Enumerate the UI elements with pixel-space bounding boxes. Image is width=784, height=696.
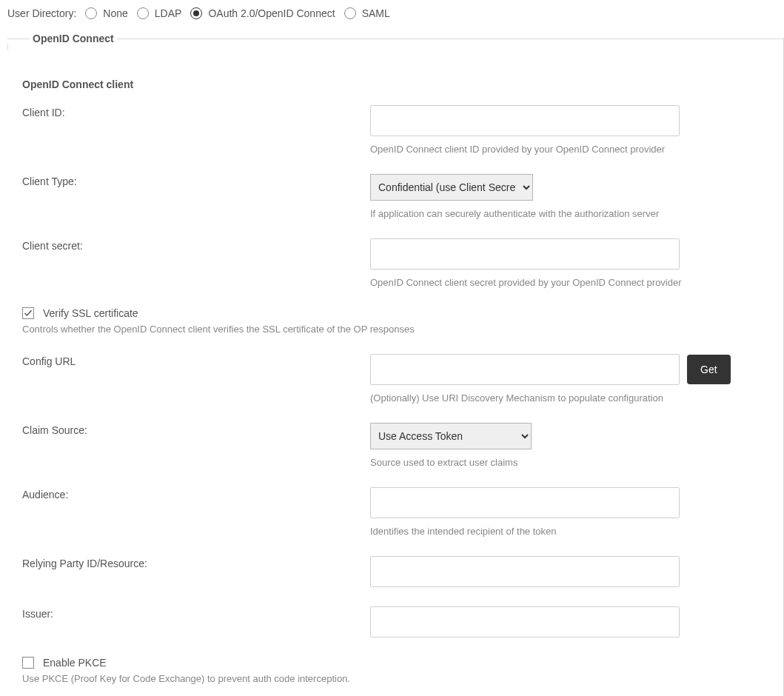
radio-option-none[interactable]: None [85, 7, 127, 19]
section-title: OpenID Connect client [22, 78, 768, 90]
client-id-label: Client ID: [22, 105, 370, 118]
client-secret-input[interactable] [370, 238, 680, 270]
radio-icon [344, 7, 356, 19]
row-config-url: Config URL Get (Optionally) Use URI Disc… [22, 354, 768, 404]
user-directory-radio-group: User Directory: None LDAP OAuth 2.0/Open… [7, 7, 784, 19]
row-client-type: Client Type: Confidential (use Client Se… [22, 174, 768, 219]
radio-icon [85, 7, 97, 19]
radio-icon [137, 7, 149, 19]
radio-option-saml[interactable]: SAML [344, 7, 390, 19]
radio-option-ldap[interactable]: LDAP [137, 7, 182, 19]
config-url-help: (Optionally) Use URI Discovery Mechanism… [370, 392, 663, 404]
row-enable-pkce: Enable PKCE [22, 657, 768, 669]
radio-label: None [103, 7, 127, 19]
user-directory-label: User Directory: [7, 7, 76, 19]
verify-ssl-label: Verify SSL certificate [43, 307, 138, 319]
row-client-id: Client ID: OpenID Connect client ID prov… [22, 105, 768, 155]
enable-pkce-label: Enable PKCE [43, 657, 107, 669]
client-secret-help: OpenID Connect client secret provided by… [370, 277, 682, 288]
row-issuer: Issuer: [22, 606, 768, 638]
client-id-help: OpenID Connect client ID provided by you… [370, 144, 665, 155]
verify-ssl-help: Controls whether the OpenID Connect clie… [22, 324, 768, 335]
enable-pkce-help: Use PKCE (Proof Key for Code Exchange) t… [22, 673, 768, 684]
check-icon [24, 309, 33, 318]
row-claim-source: Claim Source: Use Access Token Source us… [22, 423, 768, 468]
row-client-secret: Client secret: OpenID Connect client sec… [22, 238, 768, 288]
relying-party-input[interactable] [370, 556, 680, 587]
config-url-input[interactable] [370, 354, 680, 385]
issuer-label: Issuer: [22, 606, 370, 620]
config-url-label: Config URL [22, 354, 370, 367]
issuer-input[interactable] [370, 606, 680, 638]
row-audience: Audience: Identifies the intended recipi… [22, 487, 768, 537]
radio-option-oidc[interactable]: OAuth 2.0/OpenID Connect [190, 7, 335, 19]
claim-source-select[interactable]: Use Access Token [370, 423, 532, 449]
openid-connect-fieldset: OpenID Connect OpenID Connect client Cli… [7, 33, 784, 696]
audience-input[interactable] [370, 487, 680, 518]
enable-pkce-checkbox[interactable] [22, 657, 34, 669]
relying-party-label: Relying Party ID/Resource: [22, 556, 370, 569]
radio-icon [190, 7, 202, 19]
radio-label: SAML [362, 7, 390, 19]
audience-help: Identifies the intended recipient of the… [370, 526, 557, 537]
claim-source-label: Claim Source: [22, 423, 370, 436]
get-button[interactable]: Get [687, 355, 731, 384]
client-secret-label: Client secret: [22, 238, 370, 252]
radio-label: OAuth 2.0/OpenID Connect [208, 7, 335, 19]
verify-ssl-checkbox[interactable] [22, 307, 34, 319]
radio-label: LDAP [155, 7, 182, 19]
row-relying-party: Relying Party ID/Resource: [22, 556, 768, 587]
fieldset-legend: OpenID Connect [30, 33, 117, 44]
row-verify-ssl: Verify SSL certificate [22, 307, 768, 319]
client-type-label: Client Type: [22, 174, 370, 187]
claim-source-help: Source used to extract user claims [370, 457, 517, 468]
client-id-input[interactable] [370, 105, 680, 136]
client-type-help: If application can securely authenticate… [370, 208, 659, 219]
audience-label: Audience: [22, 487, 370, 501]
client-type-select[interactable]: Confidential (use Client Secret) [370, 174, 533, 201]
